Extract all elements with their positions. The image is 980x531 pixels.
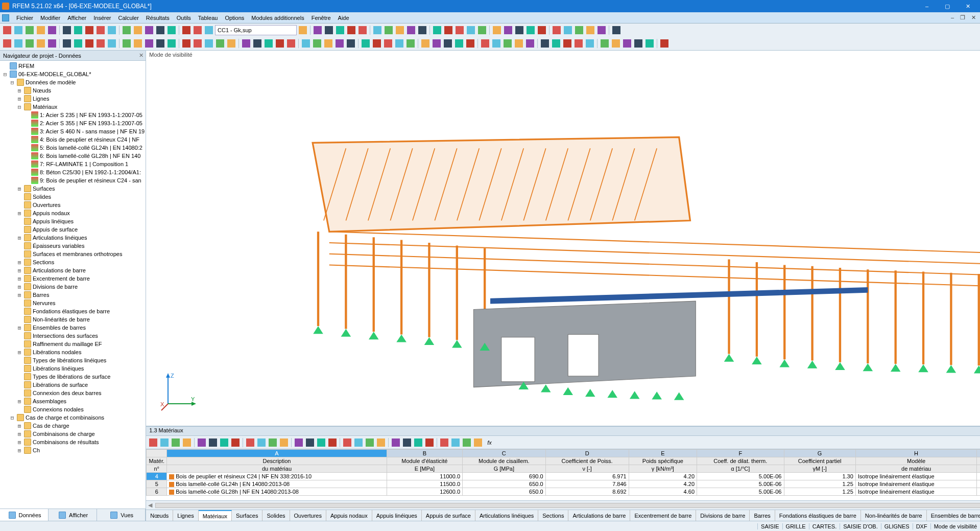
tree-item[interactable]: ⊞Cas de charge bbox=[0, 422, 146, 430]
toolbar-button[interactable] bbox=[13, 25, 23, 35]
bottom-tab[interactable]: Ouvertures bbox=[290, 510, 326, 521]
tree-item[interactable]: 1: Acier S 235 | NF EN 1993-1-1:2007-05 bbox=[0, 111, 146, 119]
bottom-tab[interactable]: Appuis nodaux bbox=[326, 510, 372, 521]
tree-item[interactable]: ⊞Articulations de barre bbox=[0, 266, 146, 274]
table-toolbar-button[interactable] bbox=[182, 437, 192, 448]
toolbar-button[interactable] bbox=[420, 38, 431, 49]
tree-item[interactable]: Ouvertures bbox=[0, 201, 146, 209]
toolbar-button[interactable] bbox=[346, 38, 356, 49]
expand-toggle[interactable]: ⊞ bbox=[16, 398, 22, 405]
tree-item[interactable]: 9: Bois de peuplier et résineux C24 - sa… bbox=[0, 176, 146, 184]
expand-toggle[interactable]: ⊞ bbox=[16, 267, 22, 274]
toolbar-button[interactable] bbox=[181, 38, 192, 49]
expand-toggle[interactable]: ⊟ bbox=[16, 104, 22, 110]
table-toolbar-button[interactable] bbox=[245, 437, 255, 448]
toolbar-button[interactable] bbox=[193, 38, 203, 49]
toolbar-button[interactable] bbox=[551, 38, 561, 49]
expand-toggle[interactable]: ⊞ bbox=[16, 447, 22, 454]
bottom-tab[interactable]: Appuis linéiques bbox=[372, 510, 422, 521]
toolbar-button[interactable] bbox=[443, 25, 453, 35]
table-toolbar-button[interactable] bbox=[230, 437, 241, 448]
bottom-tab[interactable]: Surfaces bbox=[232, 510, 262, 521]
tree-item[interactable]: ⊞Assemblages bbox=[0, 397, 146, 405]
mdi-minimize-button[interactable]: – bbox=[949, 14, 956, 21]
tree-item[interactable]: Fondations élastiques de barre bbox=[0, 307, 146, 315]
tree-item[interactable]: Connexions nodales bbox=[0, 405, 146, 413]
tree-item[interactable]: ⊞Barres bbox=[0, 291, 146, 299]
tree-item[interactable]: ⊞Articulations linéiques bbox=[0, 234, 146, 242]
toolbar-button[interactable] bbox=[133, 38, 143, 49]
menu-tableau[interactable]: Tableau bbox=[195, 15, 221, 21]
status-cell[interactable]: Mode de visibilité bbox=[930, 523, 980, 529]
toolbar-button[interactable] bbox=[659, 38, 670, 49]
table-toolbar-button[interactable] bbox=[413, 437, 423, 448]
toolbar-button[interactable] bbox=[537, 25, 547, 35]
tree-item[interactable]: Connexion des deux barres bbox=[0, 389, 146, 397]
toolbar-button[interactable] bbox=[226, 38, 236, 49]
table-toolbar-button[interactable] bbox=[159, 437, 170, 448]
toolbar-button[interactable] bbox=[503, 38, 513, 49]
tree-item[interactable]: ⊞Excentrement de barre bbox=[0, 274, 146, 283]
toolbar-button[interactable] bbox=[600, 38, 610, 49]
expand-toggle[interactable]: ⊟ bbox=[9, 79, 15, 86]
toolbar-button[interactable] bbox=[298, 25, 308, 35]
nav-tab-données[interactable]: Données bbox=[0, 509, 49, 521]
toolbar-button[interactable] bbox=[122, 25, 132, 35]
tree-item[interactable]: Solides bbox=[0, 193, 146, 201]
tree-item[interactable]: ⊞Sections bbox=[0, 258, 146, 266]
menu-aide[interactable]: Aide bbox=[335, 15, 352, 21]
toolbar-button[interactable] bbox=[335, 25, 345, 35]
table-toolbar-button[interactable] bbox=[305, 437, 315, 448]
bottom-tab[interactable]: Solides bbox=[262, 510, 290, 521]
toolbar-button[interactable] bbox=[166, 25, 177, 35]
navigator-close-button[interactable]: ✕ bbox=[139, 52, 144, 59]
tree-item[interactable]: Épaisseurs variables bbox=[0, 242, 146, 250]
menu-résultats[interactable]: Résultats bbox=[143, 15, 173, 21]
toolbar-button[interactable] bbox=[563, 25, 573, 35]
toolbar-button[interactable] bbox=[62, 25, 72, 35]
toolbar-button[interactable] bbox=[144, 25, 154, 35]
tree-item[interactable]: Appuis de surface bbox=[0, 225, 146, 234]
toolbar-button[interactable] bbox=[361, 38, 371, 49]
toolbar-button[interactable] bbox=[585, 25, 595, 35]
table-toolbar-button[interactable] bbox=[450, 437, 461, 448]
expand-toggle[interactable]: ⊟ bbox=[2, 71, 8, 78]
table-grid[interactable]: ABCDEFGHIMatér.DescriptionModule d'élast… bbox=[146, 449, 980, 500]
tree-item[interactable]: 6: Bois lamellé-collé GL28h | NF EN 140 bbox=[0, 152, 146, 160]
toolbar-button[interactable] bbox=[84, 25, 94, 35]
table-toolbar-button[interactable] bbox=[219, 437, 229, 448]
toolbar-button[interactable] bbox=[562, 38, 572, 49]
status-cell[interactable]: CARTES. bbox=[809, 523, 840, 529]
loadcase-combo[interactable]: CC1 - Gk,sup bbox=[215, 25, 297, 35]
toolbar-button[interactable] bbox=[514, 38, 524, 49]
toolbar-button[interactable] bbox=[346, 25, 356, 35]
toolbar-button[interactable] bbox=[47, 38, 57, 49]
maximize-button[interactable]: ▢ bbox=[937, 0, 958, 12]
status-cell[interactable]: SAISIE D'OB. bbox=[840, 523, 881, 529]
expand-toggle[interactable]: ⊞ bbox=[16, 284, 22, 290]
toolbar-button[interactable] bbox=[611, 38, 621, 49]
toolbar-button[interactable] bbox=[383, 38, 393, 49]
nav-tab-vues[interactable]: Vues bbox=[97, 509, 146, 521]
toolbar-button[interactable] bbox=[644, 38, 655, 49]
expand-toggle[interactable]: ⊞ bbox=[16, 439, 22, 446]
tree-item[interactable]: ⊞Combinaisons de charge bbox=[0, 430, 146, 438]
menu-afficher[interactable]: Afficher bbox=[64, 15, 89, 21]
toolbar-button[interactable] bbox=[372, 25, 383, 35]
tree-item[interactable]: 8: Béton C25/30 | EN 1992-1-1:2004/A1: bbox=[0, 168, 146, 176]
tree-item[interactable]: ⊞Divisions de barre bbox=[0, 283, 146, 291]
tree-item[interactable]: ⊞Ch bbox=[0, 446, 146, 454]
bottom-tab[interactable]: Fondations élastiques de barre bbox=[775, 510, 861, 521]
toolbar-button[interactable] bbox=[275, 38, 285, 49]
toolbar-button[interactable] bbox=[286, 38, 296, 49]
tree-item[interactable]: ⊞Appuis nodaux bbox=[0, 209, 146, 217]
nav-tab-afficher[interactable]: Afficher bbox=[49, 509, 97, 521]
toolbar-button[interactable] bbox=[480, 38, 490, 49]
tree-item[interactable]: Intersections des surfaces bbox=[0, 332, 146, 340]
table-toolbar-button[interactable] bbox=[402, 437, 412, 448]
toolbar-button[interactable] bbox=[585, 38, 595, 49]
toolbar-button[interactable] bbox=[166, 38, 177, 49]
mdi-close-button[interactable]: ✕ bbox=[969, 14, 978, 21]
bottom-tab[interactable]: Ensembles de barres bbox=[927, 510, 980, 521]
tree-item[interactable]: Types de libérations de surface bbox=[0, 373, 146, 381]
